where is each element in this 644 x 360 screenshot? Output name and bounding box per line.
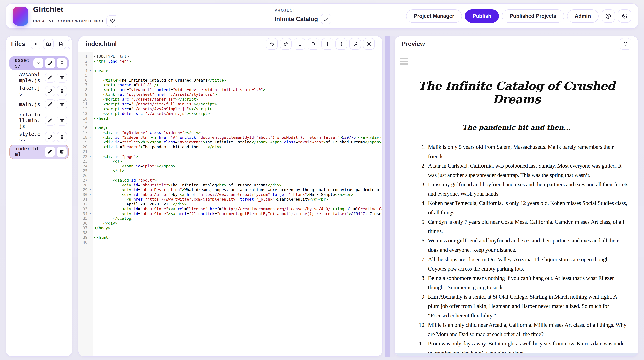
- code-line[interactable]: 6▾ <title>The Infinite Catalog of Crushe…: [78, 78, 382, 83]
- pencil-button[interactable]: [45, 86, 55, 96]
- file-plus-button[interactable]: [56, 39, 66, 49]
- code-line[interactable]: 39</html>: [78, 235, 382, 240]
- file-item-faker.js[interactable]: faker.js: [9, 85, 68, 97]
- hamburger-menu-icon[interactable]: [400, 58, 408, 65]
- fold-arrow-icon[interactable]: ▾: [88, 197, 93, 202]
- refresh-preview-button[interactable]: [620, 38, 631, 50]
- folder-plus-button[interactable]: [43, 39, 54, 49]
- project-manager-button[interactable]: Project Manager: [406, 9, 462, 23]
- code-line[interactable]: 7 <meta charset="utf-8" />: [78, 82, 382, 88]
- chevrons-left-button[interactable]: [31, 39, 42, 49]
- upload-button[interactable]: [68, 39, 72, 49]
- magic-wand-button[interactable]: [349, 38, 361, 50]
- code-line[interactable]: 31▾ <a href="https://www.twitter.com/@sa…: [78, 197, 382, 202]
- heart-badge-button[interactable]: [106, 15, 118, 27]
- fold-arrow-icon[interactable]: ▾: [88, 59, 93, 64]
- file-item-avsansimple.js[interactable]: AvsAnSimple.js: [9, 72, 68, 83]
- fold-arrow-icon[interactable]: ▾: [88, 135, 93, 140]
- collapse-vertical-button[interactable]: [322, 38, 333, 50]
- code-line[interactable]: 17 <div id="mySidenav" class="sidenav"><…: [78, 130, 382, 135]
- code-line[interactable]: 32 April 20, 2020, v1.1</div>: [78, 202, 382, 207]
- trash-button[interactable]: [57, 116, 67, 126]
- code-line[interactable]: 5: [78, 73, 382, 78]
- code-editor[interactable]: 1<!DOCTYPE html>2▾<html lang="en">34▾<he…: [78, 52, 382, 356]
- file-item-index.html[interactable]: index.html: [9, 145, 68, 159]
- code-line[interactable]: 4▾<head>: [78, 68, 382, 73]
- code-line[interactable]: 3: [78, 64, 382, 68]
- fold-arrow-icon[interactable]: ▾: [88, 206, 93, 211]
- file-item-style.css[interactable]: style.css: [9, 131, 68, 143]
- trash-button[interactable]: [56, 147, 66, 157]
- code-line[interactable]: 40: [78, 240, 382, 245]
- code-line[interactable]: 9 <link rel="stylesheet" href="./assets/…: [78, 92, 382, 97]
- code-line[interactable]: 37</body>: [78, 226, 382, 230]
- file-item-assets-[interactable]: assets/: [9, 56, 68, 70]
- code-line[interactable]: 2▾<html lang="en">: [78, 59, 382, 64]
- moon-sparkle-button[interactable]: [618, 9, 631, 23]
- code-line[interactable]: 14</head>: [78, 116, 382, 121]
- pencil-button[interactable]: [45, 132, 55, 142]
- code-line[interactable]: 19▾ <div id="title"><h3><span class="avo…: [78, 140, 382, 145]
- code-line[interactable]: 10 <script src="./assets/faker.js"></scr…: [78, 97, 382, 102]
- code-line[interactable]: 13 <script defer src="./assets/main.js">…: [78, 111, 382, 116]
- file-item-rita-full.min.js[interactable]: rita-full.min.js: [9, 112, 68, 129]
- wrap-lines-button[interactable]: [294, 38, 306, 50]
- code-line[interactable]: 18▾ <div id="SidebarBtn"><a href="#" onc…: [78, 135, 382, 140]
- admin-button[interactable]: Admin: [567, 9, 598, 23]
- fold-arrow-icon[interactable]: ▾: [88, 78, 93, 83]
- fold-arrow-icon[interactable]: ▾: [88, 68, 93, 73]
- code-line[interactable]: 1<!DOCTYPE html>: [78, 54, 382, 59]
- code-line[interactable]: 22▾ <div id="page">: [78, 154, 382, 159]
- code-line[interactable]: 23▾ <ol>: [78, 159, 382, 164]
- code-line[interactable]: 28▾ <div id="aboutTitle">The Infinite Ca…: [78, 183, 382, 188]
- project-edit-button[interactable]: [321, 14, 331, 24]
- trash-button[interactable]: [57, 132, 67, 142]
- search-button[interactable]: [308, 38, 319, 50]
- code-line[interactable]: 16▾<body>: [78, 126, 382, 130]
- code-line[interactable]: 35 </dialog>: [78, 216, 382, 221]
- code-line[interactable]: 34▾ <div id="aboutClose"><a href="#" onc…: [78, 211, 382, 216]
- fold-arrow-icon[interactable]: ▾: [88, 145, 93, 150]
- fold-arrow-icon[interactable]: ▾: [88, 178, 93, 183]
- fold-arrow-icon[interactable]: ▾: [88, 211, 93, 216]
- pane-resizer[interactable]: [382, 36, 394, 357]
- redo-button[interactable]: [280, 38, 292, 50]
- trash-button[interactable]: [57, 72, 67, 82]
- code-line[interactable]: 20▾ <div id="header">The pandemic hit an…: [78, 145, 382, 150]
- chevron-down-button[interactable]: [34, 58, 44, 68]
- code-line[interactable]: 26: [78, 173, 382, 178]
- file-item-main.js[interactable]: main.js: [9, 99, 68, 110]
- fold-arrow-icon[interactable]: ▾: [88, 183, 93, 188]
- preview-horizontal-scrollbar[interactable]: [396, 353, 638, 356]
- pencil-button[interactable]: [45, 147, 55, 157]
- pencil-button[interactable]: [45, 116, 55, 126]
- code-line[interactable]: 11 <script src="./assets/rita-full.min.j…: [78, 102, 382, 106]
- trash-button[interactable]: [57, 99, 67, 109]
- code-line[interactable]: 25 </ol>: [78, 168, 382, 173]
- code-line[interactable]: 21: [78, 149, 382, 154]
- code-line[interactable]: 12 <script src="./assets/AvsAnSimple.js"…: [78, 106, 382, 111]
- fold-arrow-icon[interactable]: ▾: [88, 159, 93, 164]
- publish-button[interactable]: Publish: [465, 9, 499, 23]
- code-line[interactable]: 33▾ <div id="aboutClose"><a rel="license…: [78, 206, 382, 211]
- pencil-button[interactable]: [45, 58, 55, 68]
- pencil-button[interactable]: [45, 72, 55, 82]
- code-line[interactable]: 15: [78, 121, 382, 126]
- fold-arrow-icon[interactable]: ▾: [88, 140, 93, 145]
- fold-arrow-icon[interactable]: ▾: [88, 192, 93, 197]
- code-line[interactable]: 27▾ <dialog id="about">: [78, 178, 382, 183]
- code-line[interactable]: 24 <span id="plot"></span>: [78, 164, 382, 168]
- fold-arrow-icon[interactable]: ▾: [88, 126, 93, 130]
- sun-button[interactable]: [363, 38, 375, 50]
- undo-button[interactable]: [266, 38, 278, 50]
- code-line[interactable]: 36 </div>: [78, 221, 382, 226]
- help-button[interactable]: [602, 9, 615, 23]
- fold-arrow-icon[interactable]: ▾: [88, 154, 93, 159]
- code-line[interactable]: 29▾ <div id="aboutDescription">What drea…: [78, 188, 382, 192]
- published-projects-button[interactable]: Published Projects: [502, 9, 564, 23]
- code-line[interactable]: 38: [78, 230, 382, 235]
- trash-button[interactable]: [57, 58, 67, 68]
- code-line[interactable]: 8 <meta name="viewport" content="width=d…: [78, 88, 382, 92]
- fold-arrow-icon[interactable]: ▾: [88, 188, 93, 192]
- pencil-button[interactable]: [45, 99, 55, 109]
